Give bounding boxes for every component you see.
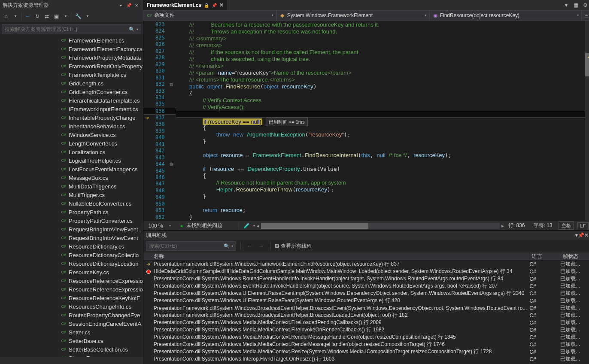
tree-horizontal-scrollbar[interactable]	[0, 357, 143, 364]
file-item[interactable]: C#ResourceDictionary.cs	[0, 242, 143, 251]
file-item[interactable]: C#RequestBringIntoViewEvent	[0, 234, 143, 242]
file-item[interactable]: C#RequestBringIntoViewEvent	[0, 225, 143, 234]
file-item[interactable]: C#NullableBoolConverter.cs	[0, 199, 143, 208]
dropdown-icon[interactable]: ▾	[117, 1, 125, 9]
dropdown-icon[interactable]: ▾	[61, 12, 70, 21]
scroll-left-icon[interactable]: ◂	[255, 223, 261, 229]
stack-frame[interactable]: PresentationCore.dll!System.Windows.UIEl…	[143, 297, 589, 304]
tab-frameworkelement[interactable]: FrameworkElement.cs 🔒 📌 ✕	[143, 0, 227, 10]
stack-frame[interactable]: PresentationCore.dll!System.Windows.Rout…	[143, 275, 589, 282]
file-item[interactable]: C#GridLength.cs	[0, 79, 143, 88]
gear-icon[interactable]: ⚙	[582, 2, 589, 9]
dropdown-icon[interactable]: ▾	[231, 244, 233, 248]
dropdown-icon[interactable]: ▾	[169, 224, 171, 228]
stack-frame[interactable]: PresentationCore.dll!System.Windows.Inte…	[143, 355, 589, 363]
split-editor-icon[interactable]: ⊟	[582, 10, 589, 21]
file-item[interactable]: C#InheritanceBehavior.cs	[0, 122, 143, 130]
col-name[interactable]: 名称	[143, 252, 530, 260]
nav-member-dropdown[interactable]: ◉ FindResource(object resourceKey) ▾	[429, 10, 582, 21]
stack-frame[interactable]: PresentationFramework.dll!System.Windows…	[143, 312, 589, 319]
file-item[interactable]: C#MessageBox.cs	[0, 173, 143, 182]
collapse-icon[interactable]: ▣	[52, 12, 61, 21]
pin-icon[interactable]: 📌	[578, 232, 584, 238]
file-item[interactable]: C#SetterBaseCollection.cs	[0, 345, 143, 354]
stack-frame[interactable]: PresentationFramework.dll!System.Windows…	[143, 304, 589, 312]
col-status[interactable]: 帧状态	[560, 252, 589, 260]
callstack-body[interactable]: ➔PresentationFramework.dll!System.Window…	[143, 261, 589, 364]
add-tab-icon[interactable]: ▦	[572, 2, 579, 9]
close-icon[interactable]: ✕	[219, 2, 224, 8]
file-item[interactable]: C#RoutedPropertyChangedEve	[0, 311, 143, 319]
pin-icon[interactable]: 📌	[212, 3, 217, 8]
stack-frame[interactable]: PresentationCore.dll!System.Windows.Medi…	[143, 319, 589, 326]
dropdown-icon[interactable]: ▾	[11, 12, 20, 21]
file-item[interactable]: C#InheritablePropertyChange	[0, 113, 143, 122]
file-item[interactable]: C#ResourceDictionaryLocation	[0, 259, 143, 268]
line-ending[interactable]: LF	[577, 222, 589, 229]
file-item[interactable]: C#MultiTrigger.cs	[0, 191, 143, 199]
file-item[interactable]: C#LostFocusEventManager.cs	[0, 165, 143, 173]
editor-horizontal-scrollbar[interactable]: ◂ ▸	[261, 223, 499, 229]
wrench-icon[interactable]: 🔧	[74, 12, 82, 21]
stack-frame[interactable]: HideDataGridColumnSample.dll!HideDataGri…	[143, 268, 589, 275]
stack-frame[interactable]: PresentationCore.dll!System.Windows.Medi…	[143, 348, 589, 355]
code-editor[interactable]: 823824825826827828829830831832⊟833834835…	[143, 21, 589, 221]
dropdown-icon[interactable]: ▾	[563, 2, 570, 9]
file-item[interactable]: C#SessionEndingCancelEventA	[0, 319, 143, 328]
stack-frame[interactable]: PresentationCore.dll!System.Windows.UIEl…	[143, 290, 589, 297]
column-number[interactable]: 字符: 13	[531, 222, 555, 229]
file-item[interactable]: C#FrameworkElementFactory.cs	[0, 45, 143, 53]
indent-mode[interactable]: 空格	[559, 221, 574, 230]
stack-frame[interactable]: PresentationCore.dll!System.Windows.Medi…	[143, 334, 589, 341]
file-item[interactable]: C#ResourceReferenceExpressio	[0, 276, 143, 285]
file-item[interactable]: C#ResourceReferenceExpressio	[0, 285, 143, 294]
file-item[interactable]: C#PropertyPathConverter.cs	[0, 216, 143, 225]
dropdown-icon[interactable]: ▾	[137, 27, 138, 31]
file-item[interactable]: C#SetterBase.cs	[0, 337, 143, 345]
file-item[interactable]: C#ResourceKey.cs	[0, 268, 143, 276]
stack-frame[interactable]: PresentationCore.dll!System.Windows.Medi…	[143, 326, 589, 334]
file-item[interactable]: C#FrameworkElement.cs	[0, 36, 143, 45]
back-icon[interactable]: ←	[24, 12, 32, 21]
file-item[interactable]: C#IFrameworkInputElement.cs	[0, 105, 143, 113]
dropdown-icon[interactable]: ▾	[83, 12, 92, 21]
file-item[interactable]: C#ResourceDictionaryCollectio	[0, 251, 143, 259]
file-item[interactable]: C#FrameworkPropertyMetadata	[0, 53, 143, 62]
view-all-threads-button[interactable]: ⊞ 查看所有线程	[275, 243, 312, 250]
stack-frame[interactable]: ➔PresentationFramework.dll!System.Window…	[143, 261, 589, 268]
file-item[interactable]: C#Setter.cs	[0, 328, 143, 337]
file-item[interactable]: C#ResourceReferenceKeyNotF	[0, 294, 143, 302]
home-icon[interactable]: ⌂	[2, 12, 10, 21]
refresh-icon[interactable]: ↻	[33, 12, 42, 21]
file-item[interactable]: C#SharedDp.cs	[0, 354, 143, 357]
file-item[interactable]: C#Localization.cs	[0, 148, 143, 156]
file-item[interactable]: C#MultiDataTrigger.cs	[0, 182, 143, 191]
zoom-level[interactable]: 100 %	[146, 223, 166, 229]
file-item[interactable]: C#FrameworkReadOnlyProperty	[0, 62, 143, 70]
scroll-right-icon[interactable]: ▸	[500, 223, 506, 229]
nav-project-dropdown[interactable]: C# 杂项文件 ▾	[143, 10, 276, 21]
solution-search-input[interactable]: 🔍 ▾	[2, 24, 141, 34]
file-item[interactable]: C#IWindowService.cs	[0, 130, 143, 139]
sync-icon[interactable]: ⇄	[43, 12, 51, 21]
file-item[interactable]: C#ResourcesChangeInfo.cs	[0, 302, 143, 311]
beaker-icon[interactable]: 🧪	[243, 223, 250, 229]
col-lang[interactable]: 语言	[529, 252, 560, 260]
file-item[interactable]: C#HierarchicalDataTemplate.cs	[0, 96, 143, 105]
file-item[interactable]: C#LengthConverter.cs	[0, 139, 143, 148]
close-icon[interactable]: ✕	[133, 1, 140, 9]
nav-class-dropdown[interactable]: ◆ System.Windows.FrameworkElement ▾	[276, 10, 429, 21]
close-icon[interactable]: ✕	[584, 232, 589, 238]
file-item[interactable]: C#GridLengthConverter.cs	[0, 88, 143, 96]
stack-frame[interactable]: PresentationCore.dll!System.Windows.Medi…	[143, 341, 589, 348]
search-input[interactable]	[5, 26, 129, 32]
file-tree[interactable]: C#FrameworkElement.csC#FrameworkElementF…	[0, 36, 143, 357]
search-input[interactable]	[149, 243, 224, 249]
file-item[interactable]: C#LogicalTreeHelper.cs	[0, 156, 143, 165]
file-item[interactable]: C#PropertyPath.cs	[0, 208, 143, 216]
pin-icon[interactable]: 📌	[125, 1, 133, 9]
callstack-search[interactable]: 🔍 ▾	[146, 241, 236, 251]
line-number[interactable]: 行: 836	[506, 222, 528, 229]
editor-vertical-scrollbar[interactable]	[585, 21, 589, 221]
stack-frame[interactable]: PresentationCore.dll!System.Windows.Even…	[143, 282, 589, 290]
